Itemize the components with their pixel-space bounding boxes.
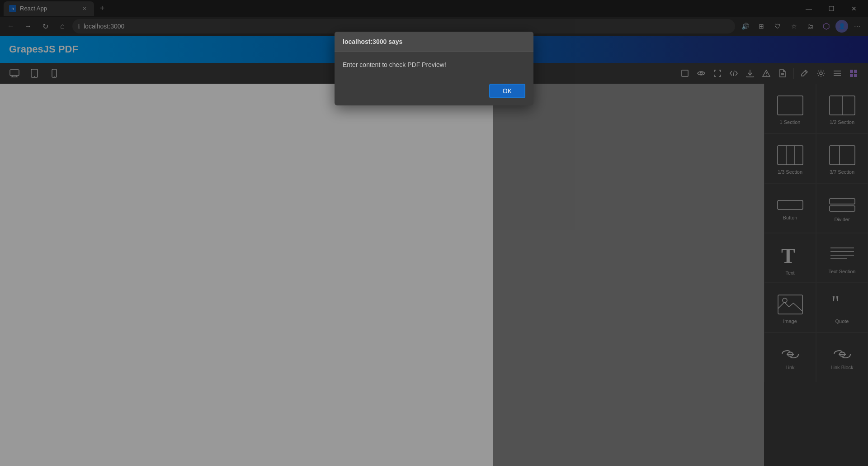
dialog-footer: OK [335,79,533,105]
dialog-ok-button[interactable]: OK [489,84,525,98]
dialog-header: localhost:3000 says [335,32,533,52]
dialog-box: localhost:3000 says Enter content to che… [335,32,533,105]
dialog-body: Enter content to check PDF Preview! [335,52,533,79]
dialog-overlay: localhost:3000 says Enter content to che… [0,0,868,466]
